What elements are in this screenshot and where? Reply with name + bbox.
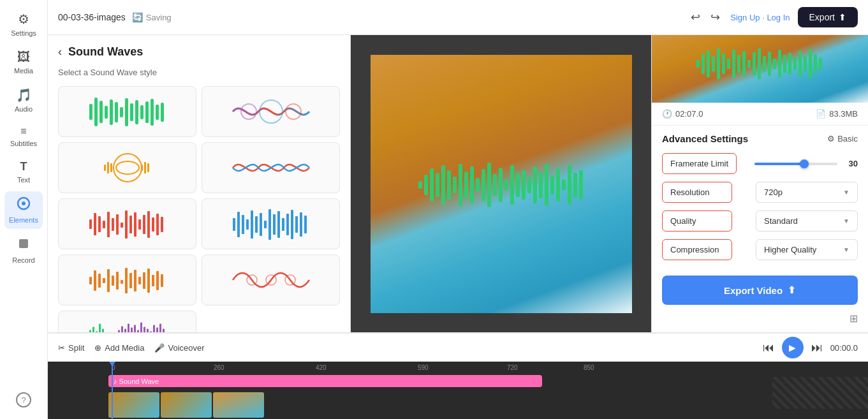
wave-style-2[interactable] xyxy=(202,86,340,137)
voiceover-button[interactable]: 🎤 Voiceover xyxy=(154,343,204,353)
svg-point-20 xyxy=(286,104,301,119)
fast-forward-button[interactable]: ⏭ xyxy=(811,341,823,355)
split-button[interactable]: ✂ Split xyxy=(58,343,84,353)
svg-rect-60 xyxy=(295,216,298,233)
svg-rect-141 xyxy=(742,51,746,77)
back-button[interactable]: ‹ xyxy=(58,45,62,59)
gear-icon: ⚙ xyxy=(827,134,835,143)
svg-rect-84 xyxy=(92,327,94,332)
svg-rect-2 xyxy=(19,239,28,248)
svg-rect-59 xyxy=(291,210,293,239)
export-preview xyxy=(652,35,868,103)
svg-rect-24 xyxy=(107,162,109,173)
sidebar-item-record[interactable]: Record xyxy=(4,232,43,269)
quality-dropdown[interactable]: Standard ▼ xyxy=(756,210,858,232)
svg-rect-114 xyxy=(482,169,485,201)
svg-rect-96 xyxy=(143,327,145,332)
svg-rect-117 xyxy=(499,168,503,202)
svg-rect-86 xyxy=(99,323,101,332)
svg-rect-48 xyxy=(242,215,244,234)
scissors-icon: ✂ xyxy=(58,343,65,353)
svg-rect-34 xyxy=(112,218,114,231)
play-button[interactable]: ▶ xyxy=(782,337,804,358)
clock-icon: 🕐 xyxy=(662,109,672,119)
svg-rect-115 xyxy=(487,163,491,207)
svg-rect-15 xyxy=(151,99,154,126)
svg-rect-151 xyxy=(793,57,797,70)
svg-rect-52 xyxy=(260,213,262,236)
wave-grid xyxy=(58,86,340,332)
redo-button[interactable]: ↪ xyxy=(708,8,723,27)
undo-button[interactable]: ↩ xyxy=(688,8,703,27)
sidebar-item-subtitles[interactable]: ≡ Subtitles xyxy=(4,121,43,152)
topbar: 00-03-36-images 🔄 Saving ↩ ↪ Sign Up · L… xyxy=(48,0,868,35)
framerate-slider[interactable] xyxy=(754,163,837,165)
svg-point-22 xyxy=(116,161,139,174)
sidebar-item-settings[interactable]: ⚙ Settings xyxy=(4,6,43,42)
sound-wave-track[interactable]: ♪ Sound Wave xyxy=(108,375,542,387)
record-icon xyxy=(17,237,31,254)
sidebar-item-help[interactable]: ? xyxy=(4,387,43,413)
wave-style-8[interactable] xyxy=(202,254,340,305)
sound-waves-panel: ‹ Sound Waves Select a Sound Wave style xyxy=(48,35,351,332)
svg-rect-91 xyxy=(128,323,129,332)
svg-rect-155 xyxy=(814,54,817,73)
compression-dropdown[interactable]: Higher Quality ▼ xyxy=(756,239,858,260)
wave-style-5[interactable] xyxy=(58,198,196,249)
sidebar-item-elements[interactable]: Elements xyxy=(4,191,43,229)
auth-links: Sign Up · Log In xyxy=(730,13,790,22)
timeline-controls: ⏮ ▶ ⏭ 00:00.0 xyxy=(763,337,858,358)
svg-rect-17 xyxy=(161,103,164,122)
timeline-playhead[interactable] xyxy=(112,362,113,419)
export-video-button[interactable]: Export Video ⬆ xyxy=(662,276,858,305)
svg-rect-61 xyxy=(300,212,302,237)
settings-header: Advanced Settings ⚙ Basic xyxy=(662,133,858,144)
svg-rect-62 xyxy=(304,216,307,233)
sidebar-item-media[interactable]: 🖼 Media xyxy=(4,45,43,80)
add-media-button[interactable]: ⊕ Add Media xyxy=(94,343,144,353)
export-button[interactable]: Export ⬆ xyxy=(798,7,858,27)
wave-style-6[interactable] xyxy=(202,198,340,249)
sidebar-item-audio[interactable]: 🎵 Audio xyxy=(4,82,43,118)
quality-label: Quality xyxy=(662,210,732,232)
svg-rect-133 xyxy=(702,54,705,74)
wave-style-9[interactable] xyxy=(58,311,196,332)
svg-rect-137 xyxy=(722,54,725,74)
svg-rect-74 xyxy=(138,277,141,284)
svg-rect-153 xyxy=(804,56,807,71)
wave-style-1[interactable] xyxy=(58,86,196,137)
svg-rect-69 xyxy=(116,272,119,290)
svg-rect-38 xyxy=(129,216,132,233)
sidebar-item-text[interactable]: T Text xyxy=(4,155,43,189)
svg-rect-150 xyxy=(788,53,791,75)
svg-rect-67 xyxy=(107,269,110,292)
login-link[interactable]: Log In xyxy=(767,13,790,22)
resolution-row: Resolution 720p ▼ xyxy=(662,182,858,203)
svg-rect-132 xyxy=(696,60,700,68)
svg-rect-78 xyxy=(156,271,159,290)
resolution-label: Resolution xyxy=(662,182,732,203)
image-thumb-2[interactable] xyxy=(161,392,212,418)
resolution-dropdown[interactable]: 720p ▼ xyxy=(756,182,858,203)
svg-rect-71 xyxy=(125,268,128,293)
timeline-track-area: 0 260 420 590 720 850 ♪ Sound Wave xyxy=(48,362,868,419)
ruler-mark-2: 420 xyxy=(316,364,327,371)
settings-section: Advanced Settings ⚙ Basic Framerate Limi… xyxy=(652,126,868,276)
svg-rect-33 xyxy=(107,212,110,237)
svg-rect-127 xyxy=(556,168,560,202)
quality-row: Quality Standard ▼ xyxy=(662,210,858,232)
svg-rect-125 xyxy=(545,164,548,206)
rewind-button[interactable]: ⏮ xyxy=(763,341,774,355)
wave-style-3[interactable] xyxy=(58,142,196,193)
image-thumb-3[interactable] xyxy=(213,392,264,418)
wave-style-4[interactable] xyxy=(202,142,340,193)
svg-rect-66 xyxy=(103,278,105,283)
svg-rect-4 xyxy=(94,98,98,126)
svg-rect-111 xyxy=(464,172,468,198)
svg-rect-8 xyxy=(115,102,118,122)
chevron-down-icon: ▼ xyxy=(843,189,850,196)
basic-button[interactable]: ⚙ Basic xyxy=(827,134,858,143)
signup-link[interactable]: Sign Up xyxy=(730,13,760,22)
image-thumb-1[interactable] xyxy=(108,392,159,418)
wave-style-7[interactable] xyxy=(58,254,196,305)
